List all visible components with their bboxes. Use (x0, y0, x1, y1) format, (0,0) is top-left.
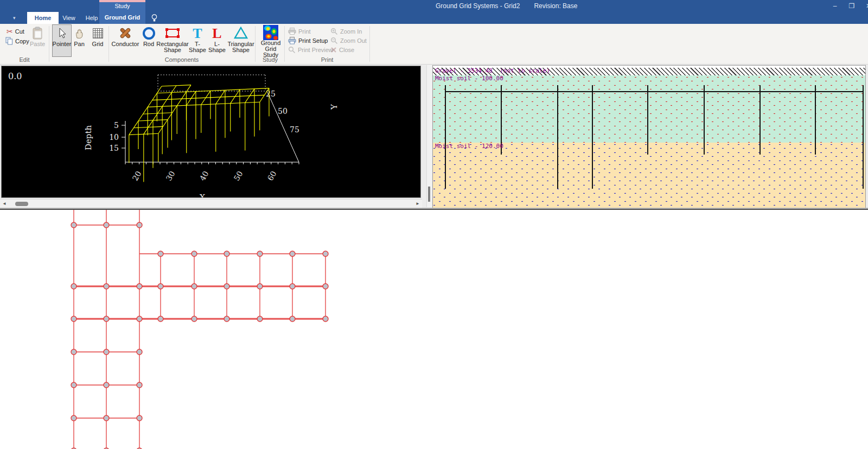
x-tick-label: 40 (198, 170, 210, 182)
copy-button[interactable]: Copy (5, 37, 29, 45)
edit-group-label: Edit (5, 56, 43, 63)
grid-icon (93, 28, 103, 39)
print-setup-label: Print Setup (298, 37, 328, 44)
grid-top-view-panel[interactable] (0, 209, 868, 449)
y-axis-title: Y (329, 104, 339, 110)
print-preview-label: Print Preview (298, 47, 333, 53)
x-tick-label: 20 (131, 170, 143, 182)
grid-node (104, 415, 109, 421)
l-shape-icon: L (212, 30, 221, 36)
group-separator (108, 26, 109, 62)
depth-tick-label: 5 (114, 121, 119, 130)
soil-profile-panel[interactable]: Gravel - 3534.48 (not to scale) Moist so… (432, 65, 866, 208)
depth-tick-label: 10 (109, 133, 119, 142)
print-setup-button[interactable]: Print Setup (288, 36, 328, 44)
cut-button[interactable]: ✂ Cut (7, 27, 24, 35)
ground-grid-study-label: Ground Grid Study (258, 40, 283, 58)
close-study-button[interactable]: Close (330, 46, 354, 54)
clipboard-icon (32, 27, 43, 40)
pointer-button[interactable]: Pointer (52, 24, 72, 57)
x-axis-title: X (200, 193, 206, 197)
window-title-group: Ground Grid Systems - Grid2 Revision: Ba… (436, 0, 577, 12)
tab-home[interactable]: Home (27, 12, 59, 24)
zoom-in-button[interactable]: Zoom In (330, 27, 362, 35)
triangle-shape-icon (234, 27, 248, 40)
scroll-right-icon[interactable]: ► (416, 201, 420, 206)
chevron-down-icon[interactable]: ▾ (13, 12, 16, 24)
conductor-label: Conductor (112, 41, 139, 47)
moist-soil-upper-label: Moist soil - 100.00 (435, 75, 503, 82)
grid-node (104, 222, 109, 228)
print-button[interactable]: Print (288, 27, 311, 35)
ground-grid-app-window: Ground Grid Systems - Grid2 Revision: Ba… (0, 0, 868, 449)
grid-node (192, 316, 197, 322)
rod-button[interactable]: Rod (141, 25, 156, 56)
plot-3d-panel[interactable]: 0.0203040506051015255075DepthYX (1, 66, 421, 198)
x-tick-label: 60 (266, 170, 278, 182)
grid-node (323, 284, 328, 289)
print-group-label: Print (307, 56, 348, 63)
paste-button[interactable]: Paste (27, 25, 48, 56)
grid-node (290, 284, 295, 289)
conductor-button[interactable]: Conductor (111, 25, 140, 56)
scrollbar-thumb[interactable] (15, 202, 28, 206)
grid-node (71, 222, 76, 228)
horizontal-scrollbar[interactable]: ◄ ► (0, 199, 422, 208)
pan-label: Pan (74, 41, 85, 47)
grid-node (104, 349, 109, 355)
rectangle-shape-icon (165, 28, 180, 39)
grid-node (104, 284, 109, 289)
pan-button[interactable]: Pan (72, 25, 87, 56)
grid-node (257, 316, 263, 322)
scroll-left-icon[interactable]: ◄ (2, 201, 7, 206)
study-group-label: Study (254, 56, 286, 63)
y-tick-label: 50 (278, 107, 288, 116)
rod-icon (143, 27, 155, 40)
grid-node (158, 316, 163, 322)
grid-node (224, 284, 229, 289)
contextual-group-title: Study (99, 3, 145, 9)
rectangular-shape-button[interactable]: Rectangular Shape (157, 25, 188, 56)
vertical-scrollbar-thumb[interactable] (428, 187, 430, 202)
grid-node (104, 382, 109, 388)
triangular-shape-label: Triangular Shape (227, 41, 254, 53)
close-window-button[interactable]: ✕ (864, 0, 868, 12)
vertical-scrollbar[interactable] (426, 65, 432, 207)
rod-label: Rod (143, 41, 154, 47)
grid-node (71, 349, 76, 355)
zoom-in-icon (330, 28, 338, 35)
ribbon: ✂ Cut Copy Paste Edit (0, 24, 868, 65)
t-shape-label: T-Shape (188, 41, 207, 53)
ground-grid-study-button[interactable]: Ground Grid Study (258, 25, 283, 56)
grid-top-view (71, 210, 328, 449)
ground-conductor-and-rods (445, 85, 863, 189)
grid-node (257, 284, 263, 289)
grid-node (290, 251, 295, 256)
grid-node (137, 316, 142, 322)
minimize-button[interactable]: – (831, 0, 839, 12)
soil-rods-overlay (433, 66, 865, 208)
x-tick-label: 50 (232, 170, 245, 182)
grid-label: Grid (92, 41, 104, 47)
grid-node (158, 284, 163, 289)
copy-icon (5, 37, 13, 45)
t-shape-button[interactable]: T T-Shape (188, 25, 207, 56)
restore-button[interactable]: ❐ (847, 0, 856, 12)
close-icon (330, 47, 337, 53)
print-preview-button[interactable]: Print Preview (288, 46, 333, 54)
lightbulb-icon[interactable] (151, 14, 158, 25)
plot-3d-canvas: 0.0203040506051015255075DepthYX (2, 66, 420, 197)
grid-node (158, 251, 163, 256)
tab-ground-grid[interactable]: Ground Grid (99, 14, 145, 21)
zoom-out-button[interactable]: Zoom Out (330, 36, 367, 44)
grid-button[interactable]: Grid (88, 25, 107, 56)
grid-node (71, 382, 76, 388)
plot-3d-content: 0.0203040506051015255075DepthYX (8, 71, 339, 197)
cursor-arrow-icon (58, 28, 66, 39)
grid-top-view-canvas (0, 210, 868, 449)
rectangular-shape-label: Rectangular Shape (156, 41, 188, 53)
l-shape-button[interactable]: L L-Shape (207, 25, 227, 56)
moist-soil-lower-label: Moist soil - 120.00 (435, 143, 503, 150)
triangular-shape-button[interactable]: Triangular Shape (227, 25, 254, 56)
grid-node (71, 415, 76, 421)
